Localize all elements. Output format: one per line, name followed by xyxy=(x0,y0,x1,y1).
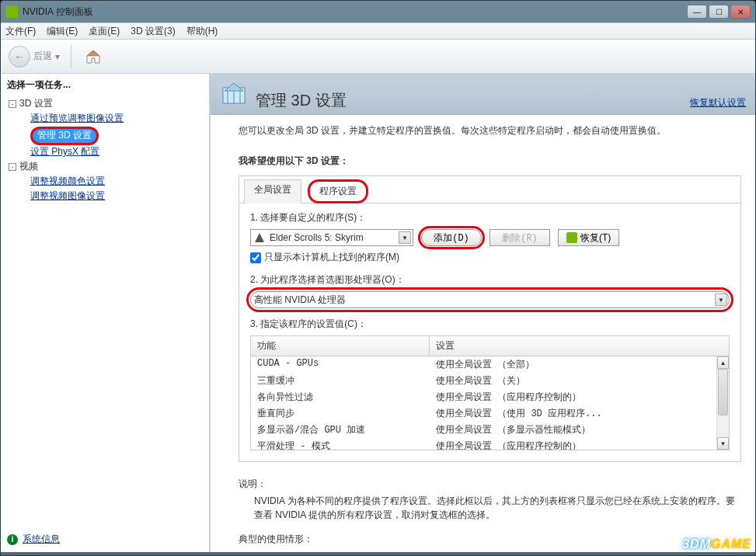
setting-cell: 使用全局设置 （应用程序控制的） xyxy=(430,389,729,405)
restore-button[interactable]: 恢复(T) xyxy=(558,229,619,246)
scroll-thumb[interactable] xyxy=(718,369,728,415)
tree-item-preview-adjust[interactable]: 通过预览调整图像设置 xyxy=(30,112,124,125)
tree-item-video-color[interactable]: 调整视频颜色设置 xyxy=(30,175,105,188)
tree-toggle-3d[interactable]: - xyxy=(9,100,16,108)
system-info-link[interactable]: i 系统信息 xyxy=(7,533,60,546)
table-scrollbar[interactable]: ▲ ▼ xyxy=(716,356,729,450)
nvidia-icon xyxy=(5,5,18,18)
col-feature-header[interactable]: 功能 xyxy=(251,336,430,356)
watermark-part2: GAME xyxy=(711,537,751,551)
gpu-select[interactable]: 高性能 NVIDIA 处理器 ▼ xyxy=(250,291,730,308)
scroll-track[interactable] xyxy=(717,369,729,437)
feature-cell: 各向异性过滤 xyxy=(251,389,430,405)
header-icon xyxy=(220,80,248,108)
svg-marker-3 xyxy=(225,83,243,91)
tree-toggle-video[interactable]: - xyxy=(9,163,16,171)
tab-global[interactable]: 全局设置 xyxy=(244,179,301,203)
gpu-select-value: 高性能 NVIDIA 处理器 xyxy=(254,294,346,307)
usage-label: 典型的使用情形： xyxy=(239,533,741,546)
description-text: NVIDIA 为各种不同的程序提供了程序设置。选择此框以后，其上方的列表框将只显… xyxy=(239,491,741,528)
feature-cell: 平滑处理 - 模式 xyxy=(251,438,430,450)
setting-cell: 使用全局设置 （多显示器性能模式） xyxy=(430,422,729,438)
back-button[interactable]: ← 后退 ▾ xyxy=(9,46,60,68)
content-area: 您可以更改全局 3D 设置，并建立特定程序的置换值。每次这些特定程序启动时，都会… xyxy=(211,115,755,552)
setting-cell: 使用全局设置 （应用程序控制的） xyxy=(430,438,729,450)
step3-label: 3. 指定该程序的设置值(C)： xyxy=(250,318,730,331)
minimize-button[interactable]: — xyxy=(687,5,707,19)
tree-3d-settings[interactable]: 3D 设置 xyxy=(19,97,53,110)
menu-file[interactable]: 文件(F) xyxy=(5,25,36,38)
col-setting-header[interactable]: 设置 xyxy=(430,336,729,356)
tree-item-video-image[interactable]: 调整视频图像设置 xyxy=(30,189,105,203)
sidebar: 选择一项任务... - 3D 设置 通过预览调整图像设置 管理 3D 设置 设置… xyxy=(1,74,211,552)
task-tree: - 3D 设置 通过预览调整图像设置 管理 3D 设置 设置 PhysX 配置 … xyxy=(4,96,206,203)
back-dropdown-icon[interactable]: ▾ xyxy=(55,51,60,62)
skyrim-icon xyxy=(254,232,265,243)
tabs: 全局设置 程序设置 xyxy=(239,175,740,203)
menubar: 文件(F) 编辑(E) 桌面(E) 3D 设置(3) 帮助(H) xyxy=(1,23,755,40)
settings-panel: 全局设置 程序设置 1. 选择要自定义的程序(S)： Eld xyxy=(239,175,741,462)
step2-label: 2. 为此程序选择首选图形处理器(O)： xyxy=(250,273,730,287)
tree-item-manage-3d[interactable]: 管理 3D 设置 xyxy=(30,127,99,145)
table-row[interactable]: 多显示器/混合 GPU 加速使用全局设置 （多显示器性能模式） xyxy=(251,422,729,438)
content-header: 管理 3D 设置 恢复默认设置 xyxy=(211,74,755,115)
nvidia-logo-icon xyxy=(566,232,577,243)
svg-marker-7 xyxy=(255,233,264,242)
watermark: 3DMGAME xyxy=(682,537,751,551)
scroll-up-button[interactable]: ▲ xyxy=(717,356,729,369)
info-icon: i xyxy=(7,534,18,545)
back-arrow-icon: ← xyxy=(9,46,30,68)
svg-marker-1 xyxy=(87,50,99,56)
section-title: 我希望使用以下 3D 设置： xyxy=(239,155,741,168)
feature-cell: 多显示器/混合 GPU 加速 xyxy=(251,422,430,438)
intro-text: 您可以更改全局 3D 设置，并建立特定程序的置换值。每次这些特定程序启动时，都会… xyxy=(239,124,741,137)
menu-help[interactable]: 帮助(H) xyxy=(186,25,218,38)
home-button[interactable] xyxy=(82,46,104,68)
close-button[interactable]: ✕ xyxy=(730,5,751,19)
settings-table: 功能 设置 CUDA - GPUs使用全局设置 （全部）三重缓冲使用全局设置 （… xyxy=(250,335,730,450)
table-row[interactable]: 三重缓冲使用全局设置 （关） xyxy=(251,373,729,389)
add-button[interactable]: 添加(D) xyxy=(421,229,482,246)
maximize-button[interactable]: ☐ xyxy=(709,5,729,19)
feature-cell: 垂直同步 xyxy=(251,405,430,422)
system-info-label: 系统信息 xyxy=(23,533,60,546)
table-row[interactable]: CUDA - GPUs使用全局设置 （全部） xyxy=(251,356,729,373)
sidebar-title: 选择一项任务... xyxy=(4,78,206,92)
toolbar: ← 后退 ▾ xyxy=(1,40,755,74)
table-row[interactable]: 平滑处理 - 模式使用全局设置 （应用程序控制的） xyxy=(251,438,729,450)
watermark-part1: 3DM xyxy=(682,537,711,551)
dropdown-arrow-icon: ▼ xyxy=(399,231,411,244)
window-title: NVIDIA 控制面板 xyxy=(23,5,93,19)
scroll-down-button[interactable]: ▼ xyxy=(717,437,729,450)
setting-cell: 使用全局设置 （关） xyxy=(430,373,729,389)
feature-cell: CUDA - GPUs xyxy=(251,356,430,373)
restore-button-label: 恢复(T) xyxy=(580,231,611,245)
tree-item-physx[interactable]: 设置 PhysX 配置 xyxy=(30,145,99,158)
titlebar: NVIDIA 控制面板 — ☐ ✕ xyxy=(1,1,755,23)
program-select-value: Elder Scrolls 5: Skyrim xyxy=(270,232,364,243)
home-icon xyxy=(85,48,102,65)
menu-3d-settings[interactable]: 3D 设置(3) xyxy=(131,25,175,38)
toolbar-separator xyxy=(71,45,71,68)
menu-edit[interactable]: 编辑(E) xyxy=(47,25,78,38)
feature-cell: 三重缓冲 xyxy=(251,373,430,389)
step1-label: 1. 选择要自定义的程序(S)： xyxy=(250,211,730,224)
tree-video[interactable]: 视频 xyxy=(19,160,38,173)
only-found-programs-label: 只显示本计算机上找到的程序(M) xyxy=(264,251,399,264)
program-select[interactable]: Elder Scrolls 5: Skyrim ▼ xyxy=(250,229,413,246)
restore-defaults-link[interactable]: 恢复默认设置 xyxy=(690,96,746,111)
table-row[interactable]: 垂直同步使用全局设置 （使用 3D 应用程序... xyxy=(251,405,729,422)
setting-cell: 使用全局设置 （全部） xyxy=(430,356,729,373)
table-row[interactable]: 各向异性过滤使用全局设置 （应用程序控制的） xyxy=(251,389,729,405)
page-title: 管理 3D 设置 xyxy=(256,90,347,111)
tab-program[interactable]: 程序设置 xyxy=(308,179,368,203)
only-found-programs-checkbox[interactable] xyxy=(250,252,261,263)
description-label: 说明： xyxy=(239,478,741,491)
setting-cell: 使用全局设置 （使用 3D 应用程序... xyxy=(430,405,729,422)
back-label: 后退 xyxy=(33,50,52,63)
menu-desktop[interactable]: 桌面(E) xyxy=(89,25,120,38)
dropdown-arrow-icon: ▼ xyxy=(715,294,727,306)
remove-button: 删除(R) xyxy=(489,229,550,246)
